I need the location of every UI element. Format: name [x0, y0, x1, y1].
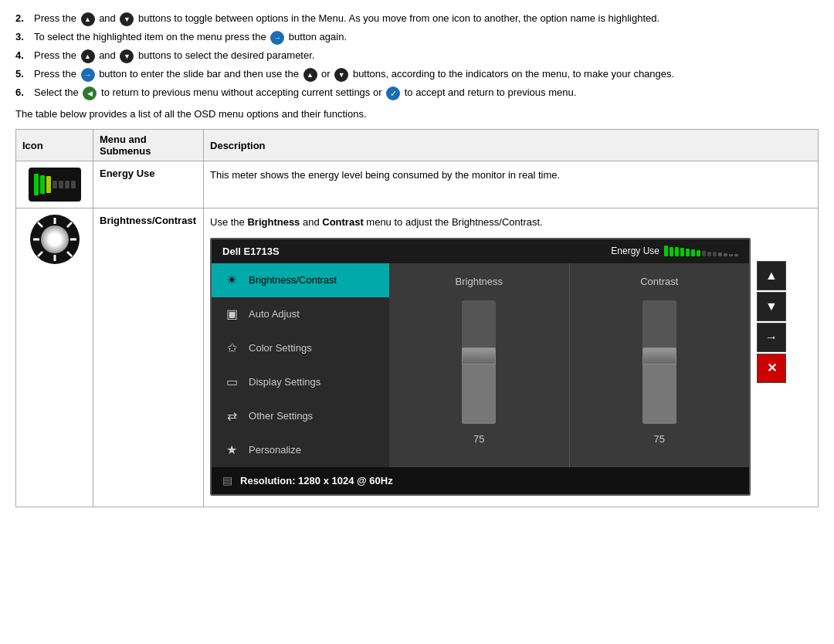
energy-icon-cell: [16, 161, 93, 208]
up-button-icon: ▲: [81, 12, 95, 26]
ebar-5: [59, 181, 63, 188]
enter-button-icon-2: →: [81, 68, 95, 82]
contrast-slider-thumb[interactable]: [642, 347, 676, 364]
contrast-slider-track[interactable]: [642, 300, 676, 424]
down-button-icon-3: ▼: [334, 68, 348, 82]
svg-line-7: [38, 252, 42, 256]
svg-line-5: [67, 252, 72, 256]
menu-item-brightness-contrast[interactable]: ☀ Brightness/Contrast: [212, 263, 389, 297]
contrast-slider-fill: [642, 356, 676, 424]
ebar-1: [34, 174, 39, 195]
nav-up-button[interactable]: ▲: [757, 261, 786, 290]
energy-description: This meter shows the energy level being …: [210, 169, 560, 181]
hbar-5: [686, 249, 690, 256]
menu-item-auto-adjust-label: Auto Adjust: [249, 307, 300, 322]
table-row-energy: Energy Use This meter shows the energy l…: [16, 161, 819, 208]
ebar-7: [71, 181, 76, 188]
brightness-value: 75: [473, 432, 484, 447]
instruction-6-num: 6.: [15, 86, 29, 98]
personalize-menu-icon: ★: [222, 441, 241, 459]
hbar-14: [734, 254, 738, 256]
col-menu: Menu and Submenus: [93, 130, 204, 161]
osd-panels: Brightness 75 Contrast: [389, 263, 749, 467]
menu-item-color-settings-label: Color Settings: [249, 341, 312, 356]
menu-item-color-settings[interactable]: ✩ Color Settings: [212, 331, 389, 365]
nav-close-button[interactable]: ✕: [757, 354, 786, 383]
hbar-12: [724, 253, 727, 256]
ebar-3: [46, 176, 51, 193]
up-button-icon-2: ▲: [81, 49, 95, 63]
energy-icon: [29, 168, 81, 202]
color-settings-menu-icon: ✩: [222, 339, 241, 358]
instruction-2: 2. Press the ▲ and ▼ buttons to toggle b…: [15, 12, 819, 26]
brightness-menu-cell: Brightness/Contrast: [93, 208, 204, 507]
osd-menu: ☀ Brightness/Contrast ▣ Auto Adjust ✩ Co…: [212, 263, 389, 467]
ebar-6: [65, 181, 70, 188]
brightness-icon-cell: [16, 208, 93, 507]
hbar-4: [680, 248, 684, 256]
brightness-panel: Brightness 75: [389, 263, 570, 467]
instruction-5-num: 5.: [15, 68, 29, 80]
contrast-panel-title: Contrast: [640, 274, 678, 290]
menu-item-personalize[interactable]: ★ Personalize: [212, 433, 389, 467]
brightness-menu-label: Brightness/Contrast: [100, 215, 196, 226]
down-button-icon: ▼: [120, 12, 134, 26]
brightness-slider-track[interactable]: [462, 300, 496, 424]
menu-item-display-settings-label: Display Settings: [249, 375, 320, 390]
hbar-10: [713, 252, 717, 256]
instruction-4-num: 4.: [15, 49, 29, 61]
hbar-11: [718, 253, 722, 256]
menu-item-other-settings[interactable]: ⇄ Other Settings: [212, 399, 389, 433]
brightness-slider-fill: [462, 356, 496, 424]
osd-energy-bars: [664, 246, 738, 256]
menu-item-other-settings-label: Other Settings: [249, 408, 313, 424]
enter-button-icon: →: [270, 31, 284, 45]
hbar-8: [702, 251, 706, 256]
down-button-icon-2: ▼: [120, 49, 134, 63]
energy-desc-cell: This meter shows the energy level being …: [204, 161, 819, 208]
hbar-6: [691, 249, 695, 256]
brightness-slider-thumb[interactable]: [462, 347, 496, 364]
hbar-3: [675, 247, 679, 256]
osd-wrapper: Dell E1713S Energy Use: [210, 238, 751, 497]
osd-energy-label: Energy Use: [611, 244, 659, 258]
osd-nav-buttons: ▲ ▼ → ✕: [757, 261, 786, 383]
osd-header: Dell E1713S Energy Use: [212, 239, 749, 264]
table-row-brightness: Brightness/Contrast Use the Brightness a…: [16, 208, 819, 507]
menu-item-personalize-label: Personalize: [249, 442, 301, 458]
check-button-icon: ✓: [386, 86, 400, 100]
menu-item-display-settings[interactable]: ▭ Display Settings: [212, 365, 389, 399]
svg-line-4: [38, 222, 42, 227]
brightness-contrast-menu-icon: ☀: [222, 271, 241, 290]
auto-adjust-menu-icon: ▣: [222, 305, 241, 324]
menu-item-auto-adjust[interactable]: ▣ Auto Adjust: [212, 297, 389, 331]
osd-table: Icon Menu and Submenus Description Energ…: [15, 129, 819, 507]
col-desc: Description: [204, 130, 819, 161]
menu-item-brightness-contrast-label: Brightness/Contrast: [249, 273, 337, 288]
sun-rays-icon: [30, 215, 80, 264]
nav-enter-button[interactable]: →: [757, 323, 786, 352]
other-settings-menu-icon: ⇄: [222, 407, 241, 425]
osd-title: Dell E1713S: [222, 244, 280, 259]
instructions-list: 2. Press the ▲ and ▼ buttons to toggle b…: [15, 12, 819, 100]
brightness-panel-title: Brightness: [456, 274, 503, 290]
back-button-icon: ◀: [83, 86, 97, 100]
osd-monitor: Dell E1713S Energy Use: [210, 238, 751, 497]
hbar-1: [664, 246, 668, 256]
osd-body: ☀ Brightness/Contrast ▣ Auto Adjust ✩ Co…: [212, 263, 749, 467]
brightness-description: Use the Brightness and Contrast menu to …: [210, 216, 543, 228]
resolution-icon: ▤: [222, 473, 232, 489]
instruction-4: 4. Press the ▲ and ▼ buttons to select t…: [15, 49, 819, 63]
nav-down-button[interactable]: ▼: [757, 292, 786, 321]
svg-line-6: [67, 222, 72, 227]
hbar-13: [729, 254, 733, 256]
intro-text: The table below provides a list of all t…: [15, 108, 819, 120]
energy-menu-label: Energy Use: [100, 168, 155, 179]
up-button-icon-3: ▲: [303, 68, 317, 82]
hbar-2: [670, 247, 673, 256]
osd-resolution-text: Resolution: 1280 x 1024 @ 60Hz: [240, 473, 393, 489]
hbar-9: [707, 252, 711, 256]
ebar-2: [40, 175, 45, 194]
contrast-panel: Contrast 75: [570, 263, 750, 467]
energy-menu-cell: Energy Use: [93, 161, 204, 208]
